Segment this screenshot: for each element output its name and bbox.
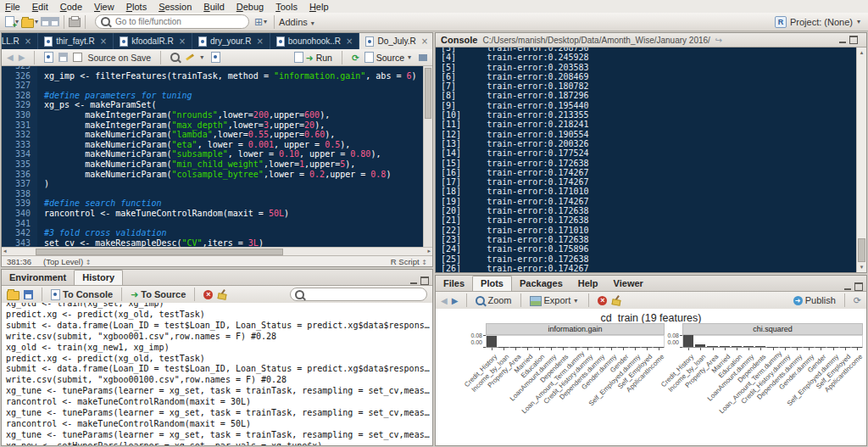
back-icon[interactable]: ◀: [7, 53, 14, 62]
history-line[interactable]: xg_new <- setHyperPars(learner = xg_set,…: [6, 441, 432, 445]
load-history-icon[interactable]: [7, 291, 19, 300]
history-list[interactable]: xg_old <- train(xg_set, xg_imp)predict.x…: [2, 303, 432, 445]
editor-vertical-scrollbar[interactable]: [423, 66, 432, 248]
history-line[interactable]: xg_tune <- tuneParams(learner = xg_set, …: [6, 386, 432, 397]
plots-tab-viewer[interactable]: Viewer: [606, 277, 651, 291]
plots-tab-plots[interactable]: Plots: [472, 276, 512, 291]
clear-plots-icon[interactable]: [611, 295, 621, 305]
console-output[interactable]: [3] train-error:0.268756[4] train-error:…: [436, 47, 857, 272]
history-line[interactable]: predict.xg <- predict(xg_old, testTask): [6, 354, 432, 365]
open-file-icon[interactable]: [21, 19, 34, 28]
previous-plot-icon[interactable]: ◀: [441, 296, 448, 305]
source-tab[interactable]: ALL.R×: [2, 33, 38, 49]
new-file-icon[interactable]: [5, 16, 14, 27]
save-icon[interactable]: [41, 17, 50, 26]
goto-file-function-input[interactable]: [114, 16, 227, 27]
menu-code[interactable]: Code: [60, 2, 82, 12]
history-line[interactable]: xg_old <- train(xg_new1, xg_imp): [6, 343, 432, 354]
close-tab-icon[interactable]: ×: [100, 36, 107, 46]
history-search-input[interactable]: [308, 289, 413, 300]
plots-tab-help[interactable]: Help: [570, 277, 606, 291]
remove-entries-icon[interactable]: ×: [203, 290, 213, 299]
close-tab-icon[interactable]: ×: [25, 36, 31, 46]
clear-history-icon[interactable]: [217, 289, 227, 299]
history-line[interactable]: xg_tune <- tuneParams(learner = xg_set, …: [6, 408, 432, 419]
compile-notebook-icon[interactable]: [211, 52, 220, 63]
menu-file[interactable]: File: [5, 2, 20, 12]
history-line[interactable]: submit <- data.frame(Loan_ID = test$Loan…: [6, 321, 432, 332]
source-tab[interactable]: thir_fayt.R×: [38, 33, 114, 49]
next-plot-icon[interactable]: ▶: [452, 296, 459, 305]
save-source-icon[interactable]: [58, 53, 68, 62]
scroll-down-icon[interactable]: ▾: [857, 264, 866, 271]
history-line[interactable]: write.csv(submit, "xgboo001.csv",row.nam…: [6, 332, 432, 343]
pane-layout-dropdown-icon[interactable]: ▾: [264, 18, 267, 25]
run-button[interactable]: ➜ Run: [294, 52, 332, 63]
menu-plots[interactable]: Plots: [126, 2, 147, 12]
source-tab[interactable]: kfoodalR.R×: [114, 33, 192, 49]
history-line[interactable]: xg_tune <- tuneParams(learner = xg_set, …: [6, 430, 432, 441]
history-line[interactable]: rancontrol <- makeTuneControlRandom(maxi…: [6, 419, 432, 430]
remove-plot-icon[interactable]: ×: [598, 296, 607, 305]
scroll-left-icon[interactable]: ◂: [3, 248, 7, 254]
source-tab[interactable]: dry_your.R×: [192, 33, 270, 49]
to-console-button[interactable]: To Console: [51, 289, 113, 300]
history-line[interactable]: xg_old <- train(xg_set, xg_imp): [6, 303, 432, 310]
file-type-selector[interactable]: R Script ↕: [391, 257, 427, 266]
console-scrollbar[interactable]: ▴ ▾: [856, 47, 866, 272]
show-in-new-window-icon[interactable]: [44, 52, 53, 63]
code-editor[interactable]: 325 326xg_imp <- filterFeatures(trainTas…: [2, 66, 432, 248]
minimize-pane-icon[interactable]: [410, 282, 417, 284]
goto-directory-icon[interactable]: ↪: [715, 36, 722, 45]
env-tab-history[interactable]: History: [74, 270, 123, 285]
plots-tab-packages[interactable]: Packages: [512, 277, 570, 291]
env-tab-environment[interactable]: Environment: [2, 271, 74, 285]
close-tab-icon[interactable]: ×: [421, 36, 428, 46]
menu-debug[interactable]: Debug: [236, 2, 264, 12]
source-on-save-checkbox[interactable]: [73, 53, 82, 62]
publish-button[interactable]: ➜ Publish: [793, 295, 836, 305]
to-source-button[interactable]: ➜ To Source: [131, 289, 186, 300]
document-outline-icon[interactable]: [419, 54, 427, 64]
menu-build[interactable]: Build: [203, 2, 224, 12]
minimize-pane-icon[interactable]: [839, 42, 846, 43]
export-button[interactable]: Export ▾: [530, 294, 581, 306]
open-recent-dropdown-icon[interactable]: ▾: [35, 18, 38, 25]
source-tab[interactable]: bounohook..R×: [270, 33, 360, 49]
minimize-pane-icon[interactable]: [844, 288, 851, 290]
close-tab-icon[interactable]: ×: [346, 36, 353, 46]
menu-edit[interactable]: Edit: [32, 2, 48, 12]
code-tools-caret-icon[interactable]: ▾: [200, 53, 203, 61]
maximize-pane-icon[interactable]: [420, 277, 429, 285]
menu-tools[interactable]: Tools: [275, 2, 298, 12]
refresh-plot-icon[interactable]: ⟳: [854, 295, 861, 306]
source-tab[interactable]: Do_July.R×: [359, 33, 432, 49]
save-all-icon[interactable]: [50, 17, 59, 26]
close-tab-icon[interactable]: ×: [256, 36, 263, 46]
scroll-right-icon[interactable]: ▸: [427, 248, 431, 254]
maximize-pane-icon[interactable]: [854, 282, 863, 291]
goto-file-function-box[interactable]: [95, 14, 249, 29]
project-selector[interactable]: R Project: (None) ▾: [775, 16, 863, 28]
history-search-box[interactable]: [290, 288, 427, 301]
source-button[interactable]: Source ▾: [364, 52, 414, 63]
scroll-up-icon[interactable]: ▴: [857, 49, 866, 56]
history-line[interactable]: rancontrol <- makeTuneControlRandom(maxi…: [6, 397, 432, 408]
zoom-button[interactable]: Zoom: [476, 295, 511, 305]
rerun-icon[interactable]: ⟳: [352, 53, 359, 63]
history-line[interactable]: submit <- data.frame(Loan_ID = test$Loan…: [6, 364, 432, 375]
print-icon[interactable]: [69, 18, 81, 27]
menu-help[interactable]: Help: [309, 2, 329, 12]
history-line[interactable]: write.csv(submit, "xgboo00100.csv",row.n…: [6, 375, 432, 386]
menu-view[interactable]: View: [94, 2, 114, 12]
plots-tab-files[interactable]: Files: [436, 277, 472, 291]
maximize-pane-icon[interactable]: [849, 36, 858, 44]
forward-icon[interactable]: ▶: [19, 53, 25, 62]
editor-horizontal-scrollbar[interactable]: ◂ ▸: [2, 247, 432, 255]
code-tools-icon[interactable]: [185, 53, 194, 62]
addins-menu[interactable]: Addins ▾: [279, 17, 317, 27]
history-line[interactable]: predict.xg <- predict(xg_old, testTask): [6, 310, 432, 321]
save-history-icon[interactable]: [24, 290, 33, 299]
close-tab-icon[interactable]: ×: [179, 36, 186, 46]
find-replace-icon[interactable]: [170, 53, 180, 62]
